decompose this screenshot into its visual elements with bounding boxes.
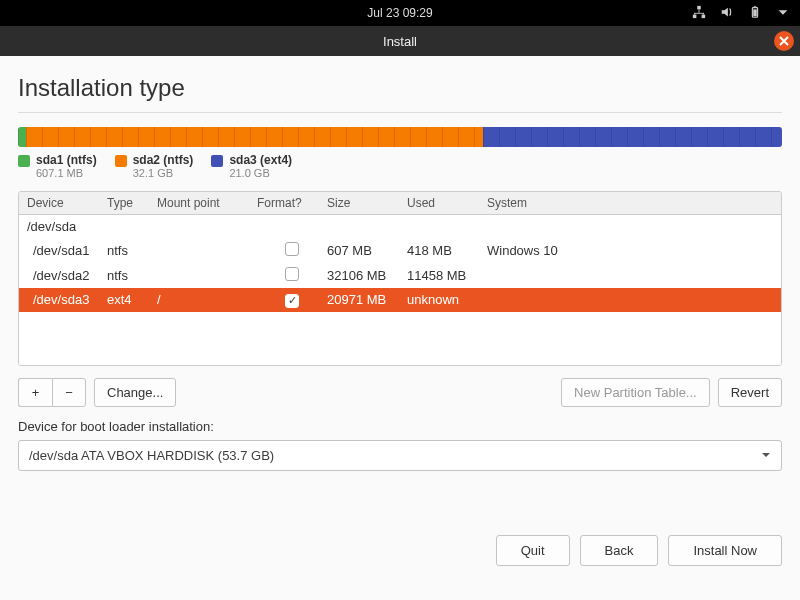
svg-rect-1 xyxy=(693,14,697,18)
cell-type: ext4 xyxy=(107,292,157,307)
system-tray[interactable] xyxy=(692,0,790,26)
divider xyxy=(18,112,782,113)
svg-rect-6 xyxy=(703,12,704,14)
new-partition-table-button[interactable]: New Partition Table... xyxy=(561,378,710,407)
partition-toolbar: + − Change... New Partition Table... Rev… xyxy=(18,378,782,407)
revert-button[interactable]: Revert xyxy=(718,378,782,407)
col-type[interactable]: Type xyxy=(107,196,157,210)
cell-system: Windows 10 xyxy=(487,243,773,258)
bootloader-select[interactable]: /dev/sda ATA VBOX HARDDISK (53.7 GB) xyxy=(18,440,782,471)
svg-rect-9 xyxy=(753,9,757,16)
svg-rect-4 xyxy=(694,12,704,13)
close-button[interactable] xyxy=(774,31,794,51)
bootloader-label: Device for boot loader installation: xyxy=(18,419,782,434)
page-title: Installation type xyxy=(18,74,782,102)
back-button[interactable]: Back xyxy=(580,535,659,566)
legend-swatch xyxy=(115,155,127,167)
change-partition-button[interactable]: Change... xyxy=(94,378,176,407)
format-checkbox[interactable] xyxy=(285,294,299,308)
cell-type: ntfs xyxy=(107,268,157,283)
col-format[interactable]: Format? xyxy=(257,196,327,210)
cell-mount: / xyxy=(157,292,257,307)
clock[interactable]: Jul 23 09:29 xyxy=(367,6,432,20)
legend-size: 607.1 MB xyxy=(36,167,97,179)
gnome-topbar: Jul 23 09:29 xyxy=(0,0,800,26)
cell-used: unknown xyxy=(407,292,487,307)
window-title: Install xyxy=(383,34,417,49)
battery-icon[interactable] xyxy=(748,5,762,22)
cell-size: 607 MB xyxy=(327,243,407,258)
col-system[interactable]: System xyxy=(487,196,773,210)
partition-row[interactable]: /dev/sda1ntfs607 MB418 MBWindows 10 xyxy=(19,238,781,263)
legend-swatch xyxy=(18,155,30,167)
disk-segment[interactable] xyxy=(26,127,483,147)
legend-label: sda3 (ext4) xyxy=(229,153,292,167)
remove-partition-button[interactable]: − xyxy=(52,378,86,407)
svg-rect-3 xyxy=(699,9,700,13)
network-icon[interactable] xyxy=(692,5,706,22)
cell-device: /dev/sda1 xyxy=(27,243,107,258)
quit-button[interactable]: Quit xyxy=(496,535,570,566)
format-checkbox[interactable] xyxy=(285,267,299,281)
partition-table-body: /dev/sda/dev/sda1ntfs607 MB418 MBWindows… xyxy=(19,215,781,365)
col-mount[interactable]: Mount point xyxy=(157,196,257,210)
legend-item[interactable]: sda1 (ntfs)607.1 MB xyxy=(18,153,97,179)
col-device[interactable]: Device xyxy=(27,196,107,210)
col-size[interactable]: Size xyxy=(327,196,407,210)
cell-device: /dev/sda xyxy=(27,219,107,234)
disk-usage-bar xyxy=(18,127,782,147)
partition-row[interactable]: /dev/sda xyxy=(19,215,781,238)
disk-segment[interactable] xyxy=(483,127,782,147)
close-icon xyxy=(779,36,789,46)
cell-device: /dev/sda3 xyxy=(27,292,107,307)
partition-row[interactable]: /dev/sda3ext4/20971 MBunknown xyxy=(19,288,781,312)
chevron-down-icon[interactable] xyxy=(776,5,790,22)
cell-type: ntfs xyxy=(107,243,157,258)
svg-rect-2 xyxy=(702,14,706,18)
svg-rect-0 xyxy=(697,5,701,9)
bootloader-value: /dev/sda ATA VBOX HARDDISK (53.7 GB) xyxy=(29,448,274,463)
cell-used: 11458 MB xyxy=(407,268,487,283)
cell-size: 32106 MB xyxy=(327,268,407,283)
format-checkbox[interactable] xyxy=(285,242,299,256)
wizard-footer: Quit Back Install Now xyxy=(496,535,782,566)
cell-used: 418 MB xyxy=(407,243,487,258)
partition-row[interactable]: /dev/sda2ntfs32106 MB11458 MB xyxy=(19,263,781,288)
cell-size: 20971 MB xyxy=(327,292,407,307)
svg-rect-8 xyxy=(754,6,757,7)
volume-icon[interactable] xyxy=(720,5,734,22)
partition-table-header: Device Type Mount point Format? Size Use… xyxy=(19,192,781,215)
chevron-down-icon xyxy=(761,448,771,463)
disk-legend: sda1 (ntfs)607.1 MBsda2 (ntfs)32.1 GBsda… xyxy=(18,153,782,179)
disk-segment[interactable] xyxy=(18,127,26,147)
install-now-button[interactable]: Install Now xyxy=(668,535,782,566)
legend-label: sda1 (ntfs) xyxy=(36,153,97,167)
legend-size: 32.1 GB xyxy=(133,167,194,179)
legend-item[interactable]: sda3 (ext4)21.0 GB xyxy=(211,153,292,179)
cell-device: /dev/sda2 xyxy=(27,268,107,283)
legend-swatch xyxy=(211,155,223,167)
col-used[interactable]: Used xyxy=(407,196,487,210)
installer-window: Installation type sda1 (ntfs)607.1 MBsda… xyxy=(0,56,800,600)
window-titlebar: Install xyxy=(0,26,800,56)
svg-rect-5 xyxy=(694,12,695,14)
add-partition-button[interactable]: + xyxy=(18,378,52,407)
partition-table: Device Type Mount point Format? Size Use… xyxy=(18,191,782,366)
legend-label: sda2 (ntfs) xyxy=(133,153,194,167)
legend-size: 21.0 GB xyxy=(229,167,292,179)
legend-item[interactable]: sda2 (ntfs)32.1 GB xyxy=(115,153,194,179)
